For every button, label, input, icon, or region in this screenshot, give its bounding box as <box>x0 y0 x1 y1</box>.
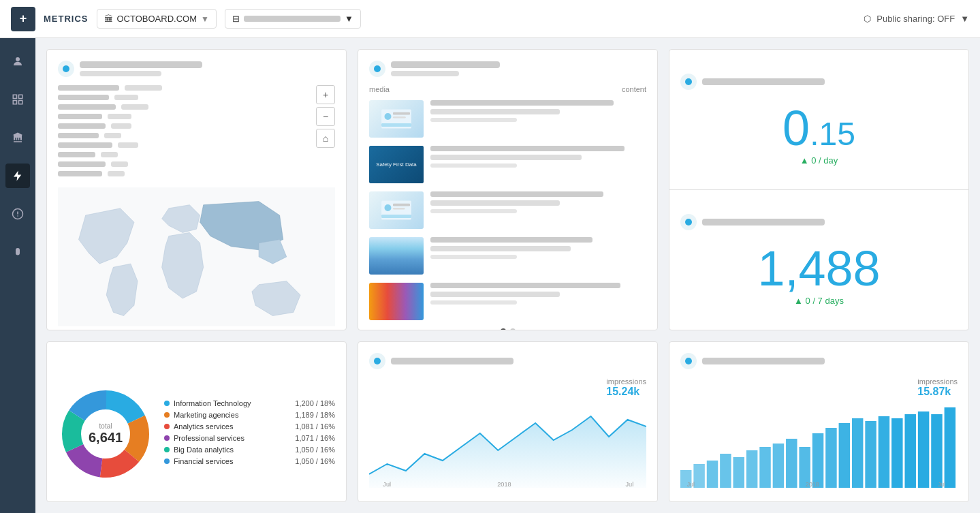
map-rows <box>58 85 335 176</box>
map-row <box>58 152 335 157</box>
board-chevron: ▼ <box>345 14 353 24</box>
org-chevron: ▼ <box>201 14 209 24</box>
legend-name-3: Analytics services <box>174 422 291 431</box>
line-card-title <box>391 358 513 364</box>
legend-item-6: Financial services 1,050 / 16% <box>164 457 335 465</box>
sidebar-item-bank[interactable] <box>5 125 30 150</box>
map-home[interactable]: ⌂ <box>316 129 335 148</box>
svg-rect-51 <box>918 411 929 488</box>
donut-total-value: 6,641 <box>89 430 123 446</box>
map-row <box>58 161 335 167</box>
metric1-value: 0.15 <box>783 104 855 153</box>
map-row <box>58 142 335 148</box>
map-row <box>58 85 335 91</box>
map-row <box>58 114 335 119</box>
line-chart-svg: Jul 2018 Jul <box>369 399 646 488</box>
sidebar-item-user[interactable] <box>5 49 30 74</box>
legend-item-3: Analytics services 1,081 / 16% <box>164 422 335 431</box>
content-lines-2 <box>430 146 646 171</box>
legend-name-5: Big Data analytics <box>174 446 291 454</box>
map-zoom-out[interactable]: − <box>316 107 335 126</box>
svg-rect-12 <box>393 116 406 119</box>
bar-impressions-value: 15.87k <box>917 386 951 397</box>
board-icon: ⊟ <box>232 14 240 24</box>
dot-2[interactable] <box>510 328 516 330</box>
legend-value-3: 1,081 / 16% <box>295 422 335 431</box>
legend-dot-3 <box>164 424 170 429</box>
tab-content[interactable]: content <box>622 85 646 93</box>
svg-rect-37 <box>733 457 744 488</box>
org-name: OCTOBOARD.COM <box>117 14 197 24</box>
svg-point-20 <box>685 219 692 226</box>
content-item-3 <box>369 191 646 229</box>
metric2-icon <box>680 214 697 230</box>
svg-rect-38 <box>746 450 757 488</box>
content-lines-5 <box>430 283 646 308</box>
sidebar-item-dashboard[interactable] <box>5 87 30 112</box>
content-card: media content Safety First Data <box>358 49 658 330</box>
svg-text:2018: 2018 <box>806 481 819 488</box>
legend-value-1: 1,200 / 18% <box>295 399 335 407</box>
legend-value-2: 1,189 / 18% <box>295 411 335 419</box>
sidebar-item-info[interactable] <box>5 202 30 226</box>
metric-bottom: 1,488 ▲ 0 / 7 days <box>669 189 968 330</box>
board-selector[interactable]: ⊟ ▼ <box>225 9 361 29</box>
metric1-subtitle: ▲ 0 / day <box>800 155 838 166</box>
svg-point-8 <box>374 65 381 72</box>
line-card-icon <box>369 353 385 369</box>
content-thumb-2: Safety First Data <box>369 146 424 183</box>
svg-point-0 <box>16 57 20 61</box>
map-row <box>58 104 335 110</box>
line-chart-header: impressions 15.24k <box>369 377 646 398</box>
content-thumb-1 <box>369 100 424 138</box>
svg-text:Jul: Jul <box>625 481 633 488</box>
content-lines-4 <box>430 237 646 262</box>
svg-rect-41 <box>786 439 797 488</box>
content-thumb-3 <box>369 191 424 229</box>
logo-button[interactable]: + <box>11 7 35 31</box>
org-icon: 🏛 <box>104 14 113 24</box>
svg-rect-17 <box>393 208 405 210</box>
content-card-icon <box>369 61 385 77</box>
svg-rect-46 <box>852 418 863 488</box>
content-lines-3 <box>430 191 646 217</box>
donut-legend: Information Technology 1,200 / 18% Marke… <box>164 399 335 469</box>
map-zoom-in[interactable]: + <box>316 85 335 104</box>
map-controls: + − ⌂ <box>316 85 335 148</box>
svg-point-19 <box>685 78 692 85</box>
svg-text:Jul: Jul <box>687 481 695 488</box>
metric2-header <box>680 214 958 230</box>
bar-chart-header: impressions 15.87k <box>680 377 958 398</box>
content-item-5 <box>369 283 646 320</box>
legend-dot-2 <box>164 412 170 418</box>
map-card-header <box>58 61 335 77</box>
sidebar-item-lightning[interactable] <box>5 164 30 188</box>
org-dropdown[interactable]: 🏛 OCTOBOARD.COM ▼ <box>97 9 217 29</box>
legend-item-4: Professional services 1,071 / 16% <box>164 434 335 442</box>
legend-name-4: Professional services <box>174 434 291 442</box>
map-card-title <box>80 61 202 68</box>
svg-rect-16 <box>393 204 410 206</box>
content-lines-1 <box>430 100 646 125</box>
svg-rect-11 <box>393 112 410 115</box>
legend-value-4: 1,071 / 16% <box>295 434 335 442</box>
share-label: Public sharing: OFF <box>876 14 955 24</box>
share-button[interactable]: ⬡ Public sharing: OFF ▼ <box>864 14 969 24</box>
topbar: + METRICS 🏛 OCTOBOARD.COM ▼ ⊟ ▼ ⬡ Public… <box>0 0 980 38</box>
bar-card-header <box>680 353 958 369</box>
svg-rect-36 <box>720 454 731 488</box>
legend-value-6: 1,050 / 16% <box>295 457 335 465</box>
bar-chart-svg: Jul 2018 Jul <box>680 399 958 488</box>
legend-item-5: Big Data analytics 1,050 / 16% <box>164 446 335 454</box>
metric-card: 0.15 ▲ 0 / day 1,488 ▲ 0 / 7 days <box>669 49 969 330</box>
content-item-2: Safety First Data <box>369 146 646 183</box>
svg-rect-39 <box>759 447 770 488</box>
bar-chart-card: impressions 15.87k <box>669 341 969 502</box>
tab-media[interactable]: media <box>369 85 390 93</box>
map-card: + − ⌂ <box>46 49 347 330</box>
dot-1[interactable] <box>501 328 506 330</box>
svg-rect-48 <box>879 416 889 488</box>
svg-rect-47 <box>865 421 876 488</box>
sidebar-item-bug[interactable] <box>5 240 30 264</box>
svg-rect-50 <box>904 414 915 488</box>
